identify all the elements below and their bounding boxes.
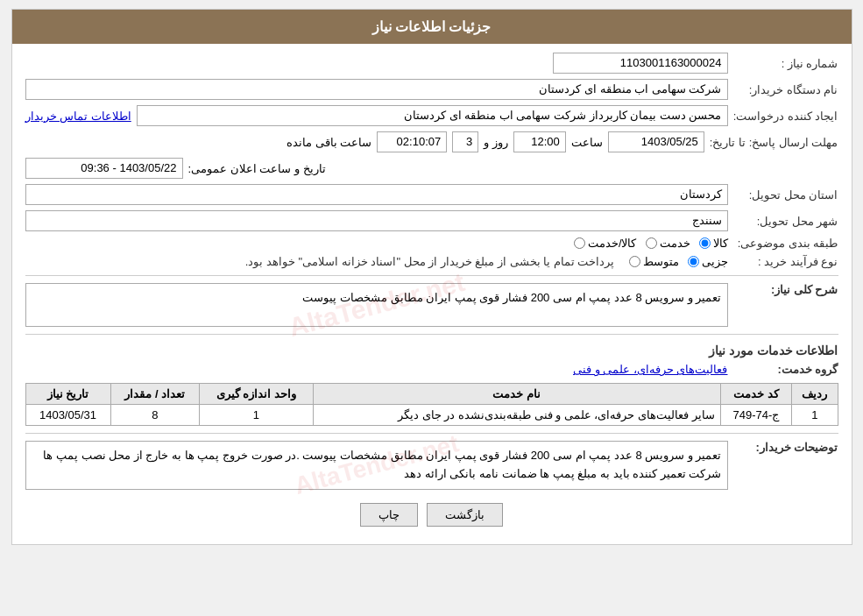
cell-nam: سایر فعالیت‌های حرفه‌ای، علمی و فنی طبقه… — [313, 405, 720, 426]
print-button[interactable]: چاپ — [360, 503, 418, 527]
tabaqe-khadamat-radio[interactable] — [646, 237, 657, 249]
tabaqe-kala-label: کالا — [713, 237, 728, 250]
mohlat-roz-label: روز و — [484, 136, 508, 149]
noeFarayand-row: نوع فرآیند خرید : متوسط جزیی پرداخت تمام… — [25, 255, 838, 268]
cell-tarikh: 1403/05/31 — [25, 405, 110, 426]
tarikh-value: 1403/05/22 - 09:36 — [25, 158, 183, 179]
tabaqe-radio-group: کالا/خدمت خدمت کالا — [574, 237, 728, 250]
sharh-value: تعمیر و سرویس 8 عدد پمپ ام سی 200 فشار ق… — [302, 291, 721, 304]
tabaqe-kala-khadamat-label: کالا/خدمت — [588, 237, 637, 250]
ijadKonande-label: ایجاد کننده درخواست: — [733, 110, 838, 123]
tabaqe-kala-khadamat-item: کالا/خدمت — [574, 237, 637, 250]
noeFarayand-motevaset-label: متوسط — [643, 255, 679, 268]
mohlat-roz-value: 3 — [452, 131, 478, 152]
shomareNiaz-row: شماره نیاز : 1103001163000024 — [25, 53, 838, 74]
sharh-label: شرح کلی نیاز: — [733, 283, 838, 296]
mohlat-remaining: 02:10:07 — [377, 131, 447, 152]
mohlat-row: مهلت ارسال پاسخ: تا تاریخ: 1403/05/25 سا… — [25, 131, 838, 152]
divider-3 — [25, 433, 838, 434]
cell-radif: 1 — [792, 405, 838, 426]
ostan-row: استان محل تحویل: کردستان — [25, 184, 838, 205]
grouh-value[interactable]: فعالیت‌های حرفه‌ای، علمی و فنی — [573, 363, 727, 376]
page-container: جزئیات اطلاعات نیاز شماره نیاز : 1103001… — [11, 9, 852, 545]
ostan-value: کردستان — [25, 184, 728, 205]
cell-vahed: 1 — [200, 405, 313, 426]
mohlat-saat-value: 12:00 — [513, 131, 566, 152]
col-vahed: واحد اندازه گیری — [200, 384, 313, 405]
noeFarayand-description: پرداخت تمام یا بخشی از مبلغ خریدار از مح… — [245, 255, 615, 268]
ostan-label: استان محل تحویل: — [733, 188, 838, 202]
noeFarayand-jozi-item: جزیی — [688, 255, 728, 268]
mohlat-label: مهلت ارسال پاسخ: تا تاریخ: — [710, 136, 838, 149]
col-kod: کد خدمت — [720, 384, 792, 405]
table-header-row: ردیف کد خدمت نام خدمت واحد اندازه گیری ت… — [25, 384, 838, 405]
tabaqe-row: طبقه بندی موضوعی: کالا/خدمت خدمت کالا — [25, 237, 838, 250]
noeFarayand-motevaset-item: متوسط — [629, 255, 679, 268]
button-row: بازگشت چاپ — [25, 503, 838, 527]
tabaqe-khadamat-item: خدمت — [646, 237, 690, 250]
contact-link[interactable]: اطلاعات تماس خریدار — [25, 110, 131, 123]
table-row: 1 ج-74-749 سایر فعالیت‌های حرفه‌ای، علمی… — [25, 405, 838, 426]
tarikh-label: تاریخ و ساعت اعلان عمومی: — [188, 162, 326, 175]
shahr-row: شهر محل تحویل: سنندج — [25, 210, 838, 231]
shahr-value: سنندج — [25, 210, 728, 231]
grouh-label: گروه خدمت: — [733, 363, 838, 376]
mohlat-date: 1403/05/25 — [608, 131, 704, 152]
page-title: جزئیات اطلاعات نیاز — [12, 10, 852, 44]
ijadKonande-row: ایجاد کننده درخواست: محسن دست بیمان کارب… — [25, 105, 838, 126]
sharh-box: AltaTender.net تعمیر و سرویس 8 عدد پمپ ا… — [25, 283, 728, 327]
table-body: 1 ج-74-749 سایر فعالیت‌های حرفه‌ای، علمی… — [25, 405, 838, 426]
content-area: شماره نیاز : 1103001163000024 نام دستگاه… — [12, 44, 852, 544]
watermark-2: AltaTender.net — [290, 424, 463, 506]
tavazihat-label: توضیحات خریدار: — [733, 441, 838, 454]
namDastgah-label: نام دستگاه خریدار: — [733, 83, 838, 96]
tabaqe-kala-item: کالا — [699, 237, 728, 250]
cell-tedad: 8 — [110, 405, 200, 426]
ijadKonande-value: محسن دست بیمان کاربرداز شرکت سهامی اب من… — [137, 105, 728, 126]
namDastgah-value: شرکت سهامی اب منطقه ای کردستان — [25, 79, 728, 100]
noeFarayand-motevaset-radio[interactable] — [629, 256, 640, 267]
divider-2 — [25, 334, 838, 335]
tabaqe-kala-radio[interactable] — [699, 237, 711, 249]
noeFarayand-jozi-radio[interactable] — [688, 256, 699, 267]
shomareNiaz-label: شماره نیاز : — [733, 57, 838, 70]
back-button[interactable]: بازگشت — [427, 503, 503, 527]
tarikh-row: تاریخ و ساعت اعلان عمومی: 1403/05/22 - 0… — [25, 158, 838, 179]
noeFarayand-label: نوع فرآیند خرید : — [733, 255, 838, 268]
tabaqe-label: طبقه بندی موضوعی: — [733, 237, 838, 250]
sharh-watermark-area: AltaTender.net تعمیر و سرویس 8 عدد پمپ ا… — [25, 283, 728, 327]
services-table: ردیف کد خدمت نام خدمت واحد اندازه گیری ت… — [25, 383, 838, 426]
noeFarayand-radio-group: متوسط جزیی — [629, 255, 728, 268]
cell-kod: ج-74-749 — [720, 405, 792, 426]
grouh-row: گروه خدمت: فعالیت‌های حرفه‌ای، علمی و فن… — [25, 363, 838, 376]
mohlat-saat-label: ساعت — [571, 136, 603, 149]
namDastgah-row: نام دستگاه خریدار: شرکت سهامی اب منطقه ا… — [25, 79, 838, 100]
col-nam: نام خدمت — [313, 384, 720, 405]
col-radif: ردیف — [792, 384, 838, 405]
tavazihat-box: AltaTender.net تعمیر و سرویس 8 عدد پمپ ا… — [25, 441, 728, 490]
divider-1 — [25, 275, 838, 276]
table-header: ردیف کد خدمت نام خدمت واحد اندازه گیری ت… — [25, 384, 838, 405]
mohlat-remaining-label: ساعت باقی مانده — [286, 136, 371, 149]
shahr-label: شهر محل تحویل: — [733, 215, 838, 228]
info-section-header: اطلاعات خدمات مورد نیاز — [25, 343, 838, 358]
tabaqe-kala-khadamat-radio[interactable] — [574, 237, 585, 249]
sharh-row: شرح کلی نیاز: AltaTender.net تعمیر و سرو… — [25, 283, 838, 327]
col-tedad: تعداد / مقدار — [110, 384, 200, 405]
tavazihat-value: تعمیر و سرویس 8 عدد پمپ ام سی 200 فشار ق… — [43, 449, 721, 480]
shomareNiaz-value: 1103001163000024 — [553, 53, 728, 74]
tavazihat-row: توضیحات خریدار: AltaTender.net تعمیر و س… — [25, 441, 838, 490]
tabaqe-khadamat-label: خدمت — [660, 237, 690, 250]
noeFarayand-jozi-label: جزیی — [702, 255, 728, 268]
col-tarikh: تاریخ نیاز — [25, 384, 110, 405]
